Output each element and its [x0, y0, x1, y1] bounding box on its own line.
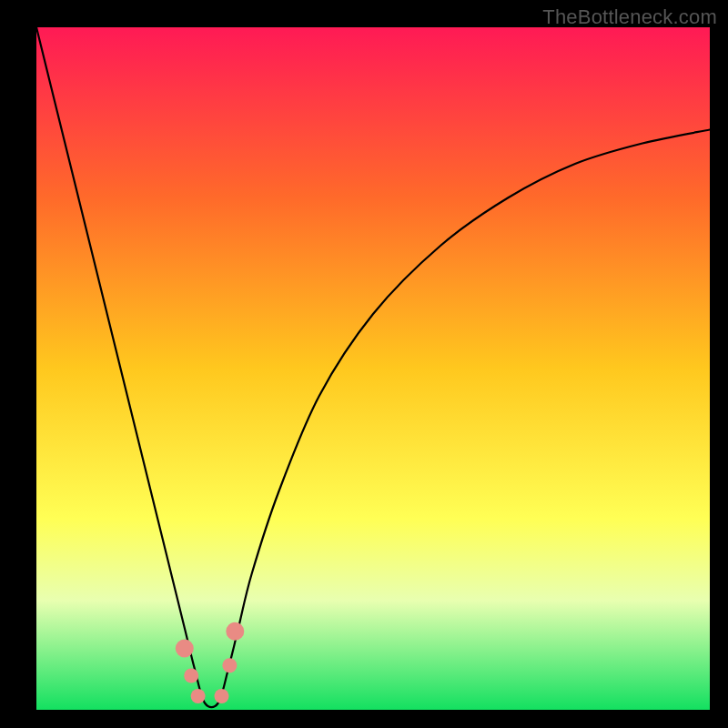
marker-point	[222, 658, 237, 672]
chart-plot-area	[36, 27, 710, 710]
chart-frame: TheBottleneck.com	[0, 0, 728, 728]
marker-point	[176, 640, 194, 658]
marker-point	[226, 622, 244, 641]
marker-point	[191, 689, 206, 703]
watermark-text: TheBottleneck.com	[542, 5, 717, 29]
chart-svg	[36, 27, 710, 710]
gradient-background	[36, 27, 710, 710]
marker-point	[184, 669, 198, 683]
marker-point	[215, 689, 229, 703]
